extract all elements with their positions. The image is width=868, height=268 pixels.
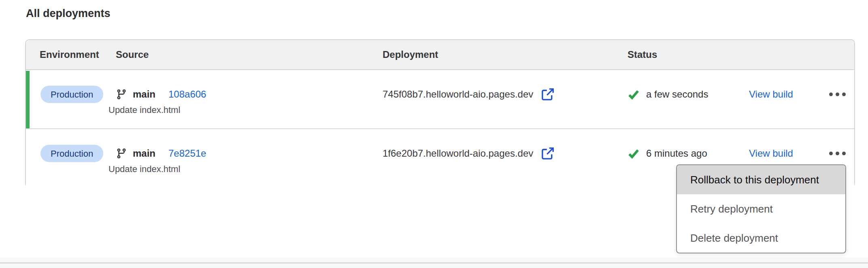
column-header-status: Status — [628, 49, 657, 60]
menu-item-delete[interactable]: Delete deployment — [677, 223, 845, 253]
environment-badge: Production — [40, 86, 103, 103]
status-time: a few seconds — [646, 89, 708, 100]
git-branch-icon — [116, 89, 127, 100]
commit-message: Update index.html — [108, 105, 180, 115]
commit-message: Update index.html — [108, 164, 180, 174]
deployment-cell: 1f6e20b7.helloworld-aio.pages.dev — [383, 146, 555, 161]
current-deployment-indicator-bar — [26, 71, 30, 128]
commit-link[interactable]: 108a606 — [168, 89, 206, 100]
column-header-deployment: Deployment — [383, 49, 438, 60]
commit-link[interactable]: 7e8251e — [168, 148, 206, 159]
menu-item-retry[interactable]: Retry deployment — [677, 194, 845, 223]
branch-name: main — [133, 148, 155, 159]
check-icon — [628, 88, 640, 100]
external-link-icon[interactable] — [540, 146, 555, 161]
column-header-source: Source — [116, 49, 149, 60]
environment-cell: Production — [40, 86, 103, 103]
deployments-page: All deployments Environment Source Deplo… — [0, 0, 868, 268]
view-build-link[interactable]: View build — [749, 89, 793, 100]
page-bottom-divider — [0, 262, 868, 264]
status-time: 6 minutes ago — [646, 148, 707, 159]
row-menu-cell — [828, 149, 847, 159]
source-cell: main 108a606 — [116, 89, 206, 100]
row-menu-cell — [828, 89, 847, 100]
ellipsis-menu-icon[interactable] — [828, 89, 847, 100]
branch-name: main — [133, 89, 155, 100]
check-icon — [628, 147, 640, 160]
deployment-url: 1f6e20b7.helloworld-aio.pages.dev — [383, 148, 533, 159]
status-cell: 6 minutes ago — [628, 147, 707, 160]
table-row: Production main 108a606 Update index.htm… — [26, 71, 854, 129]
view-build-cell: View build — [749, 148, 793, 159]
view-build-cell: View build — [749, 89, 793, 100]
table-header-row: Environment Source Deployment Status — [26, 40, 854, 70]
deployment-context-menu: Rollback to this deployment Retry deploy… — [676, 164, 846, 253]
environment-cell: Production — [40, 145, 103, 162]
environment-badge: Production — [40, 145, 103, 162]
ellipsis-menu-icon[interactable] — [828, 149, 847, 159]
git-branch-icon — [116, 148, 127, 159]
column-header-environment: Environment — [40, 49, 99, 60]
deployment-cell: 745f08b7.helloworld-aio.pages.dev — [383, 87, 555, 102]
source-cell: main 7e8251e — [116, 148, 206, 159]
menu-item-rollback[interactable]: Rollback to this deployment — [677, 165, 845, 194]
deployment-url: 745f08b7.helloworld-aio.pages.dev — [383, 89, 533, 100]
page-title: All deployments — [26, 6, 111, 20]
view-build-link[interactable]: View build — [749, 148, 793, 159]
external-link-icon[interactable] — [540, 87, 555, 102]
status-cell: a few seconds — [628, 88, 708, 100]
